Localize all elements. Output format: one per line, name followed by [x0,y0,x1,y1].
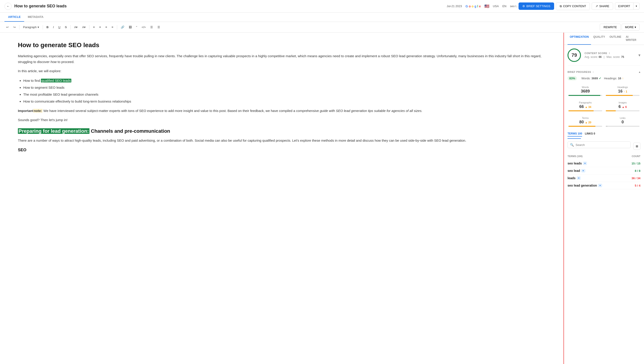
term-count-4: 5 / 4 [635,184,640,187]
underline-button[interactable]: U [57,24,62,30]
stat-links: Links 0 [605,115,640,128]
stat-terms: Terms 80 ▲ 20 [567,115,603,128]
editor-paragraph-2: In this article, we will explore: [18,68,546,74]
term-row-2: seo lead H 8 / 8 [567,167,640,174]
term-name-3: leads H [567,176,580,180]
headings-progress-container [606,95,639,96]
heading-highlight: Preparing for lead generation: [18,128,90,134]
tab-outline[interactable]: OUTLINE [607,32,624,45]
share-icon: ↗ [595,4,598,8]
export-dropdown-button[interactable]: ▾ [633,3,639,10]
main-layout: How to generate SEO leads Marketing agen… [0,32,644,364]
gear-icon: ⚙ [522,4,525,8]
brief-info-icon: i [593,70,593,73]
toolbar-separator-3 [71,25,71,30]
highlight-button[interactable]: A▾ [73,24,80,30]
italic-button[interactable]: I [51,24,56,30]
content-score-circle: 79 [567,48,581,62]
tab-metadata[interactable]: METADATA [24,12,47,22]
text-color-button[interactable]: A▾ [80,24,88,30]
header: ← How to generate SEO leads Jul-21 2023 … [0,0,644,12]
lang-label: EN [502,4,506,8]
col-count-label: COUNT [632,155,640,158]
score-label: CONTENT SCORE i [584,52,635,54]
score-collapse-button[interactable]: ▾ [638,53,640,58]
stat-words: Words 3689 [567,84,603,98]
page-title: How to generate SEO leads [14,4,447,8]
tab-article[interactable]: ARTICLE [5,12,24,22]
code-button[interactable]: </> [140,24,148,30]
editor-paragraph-note: Importantnote: We have interviewed sever… [18,108,546,114]
align-center-button[interactable]: ≡ [98,24,103,30]
term-row-4: seo lead generation H 5 / 4 [567,182,640,189]
more-button[interactable]: MORE ▾ [622,24,639,30]
strikethrough-button[interactable]: S [63,24,69,30]
brief-progress-title: BRIEF PROGRESS i [567,70,593,73]
align-left-button[interactable]: ≡ [91,24,97,30]
term-name-1: seo leads H [567,162,587,165]
terms-table-header: TERMS (100) COUNT [567,154,640,159]
brief-collapse-button[interactable]: ▴ [639,70,640,74]
back-button[interactable]: ← [5,3,12,10]
brief-progress-section: BRIEF PROGRESS i ▴ 83% Words: 3689 ✓ Hea… [567,70,640,128]
list-item-1: How to find qualified SEO leads [23,78,546,84]
editor-area[interactable]: How to generate SEO leads Marketing agen… [0,32,563,364]
toolbar-separator-1 [19,25,20,30]
toolbar: ↩ ↪ Paragraph ▾ B I U S A▾ A▾ ≡ ≡ ≡ ≡ 🔗 … [0,22,644,32]
tab-ai-writer[interactable]: AI WRITER [623,32,640,45]
col-terms-label: TERMS (100) [567,155,582,158]
rewrite-button[interactable]: REWRITE [600,24,621,30]
term-name-4: seo lead generation H [567,184,602,187]
headings-arrow-icon: ↑ [622,77,624,80]
undo-button[interactable]: ↩ [5,24,11,30]
copy-content-button[interactable]: ⧉ COPY CONTENT [556,2,590,10]
bold-button[interactable]: B [45,24,50,30]
images-progress-container [606,110,639,111]
export-button[interactable]: EXPORT [615,2,633,10]
brief-progress-inline: 83% Words: 3689 ✓ Headings: 16 ↑ [567,76,640,80]
brief-settings-button[interactable]: ⚙ BRIEF SETTINGS [518,2,554,10]
align-right-button[interactable]: ≡ [104,24,109,30]
editor-heading-3: SEO [18,148,546,152]
brief-headings: Headings: 16 ↑ [604,77,624,80]
terms-tab-terms[interactable]: TERMS 100 [567,132,582,136]
right-panel: OPTIMIZATION QUALITY OUTLINE AI WRITER 7… [563,32,644,364]
stat-headings: Headings 16 ↑ 1 [605,84,640,98]
quote-button[interactable]: " [134,24,139,30]
stat-paragraphs: Paragraphs 66 ▲ 34 [567,100,603,113]
search-icon: 🔍 [570,143,574,146]
share-button[interactable]: ↗ SHARE [592,2,613,10]
tab-optimization[interactable]: OPTIMIZATION [567,32,591,45]
term-row-3: leads H 36 / 34 [567,174,640,182]
tab-quality[interactable]: QUALITY [591,32,607,45]
image-button[interactable]: 🖼 [127,24,134,30]
search-input[interactable] [575,143,628,146]
links-progress-bar [606,126,607,127]
filter-button[interactable]: ⊞ [633,142,640,150]
list-ordered-button[interactable]: ☰ [156,24,162,30]
panel-tabs: OPTIMIZATION QUALITY OUTLINE AI WRITER [564,32,644,45]
google-logo: Google [466,4,481,8]
user-label: seo l... [510,4,518,8]
content-score-value: 79 [571,52,577,58]
editor-heading-2: Preparing for lead generation: Channels … [18,128,546,134]
header-buttons: ⚙ BRIEF SETTINGS ⧉ COPY CONTENT ↗ SHARE … [518,2,639,10]
score-info-icon: i [609,52,610,54]
terms-header: TERMS 100 LINKS 0 [567,132,640,136]
list-unordered-button[interactable]: ☰ [149,24,155,30]
term-count-2: 8 / 8 [635,169,640,172]
redo-button[interactable]: ↪ [12,24,18,30]
highlighted-text-1: qualified SEO leads [41,79,71,82]
editor-paragraph-4: There are a number of ways to attract hi… [18,138,546,144]
terms-tab-underline [567,138,581,139]
align-justify-button[interactable]: ≡ [110,24,115,30]
stats-grid: Words 3689 Headings 16 ↑ 1 [567,84,640,128]
editor-list: How to find qualified SEO leads How to s… [18,78,546,104]
terms-tab-links[interactable]: LINKS 0 [585,132,595,136]
score-details: CONTENT SCORE i Avg. score: 66 | Max. sc… [584,52,635,58]
images-progress-bar [606,110,616,111]
terms-list: seo leads H 15 / 15 seo lead H 8 / 8 lea… [567,160,640,189]
back-icon: ← [7,4,10,8]
link-button[interactable]: 🔗 [119,24,126,30]
paragraph-dropdown[interactable]: Paragraph ▾ [21,24,41,30]
